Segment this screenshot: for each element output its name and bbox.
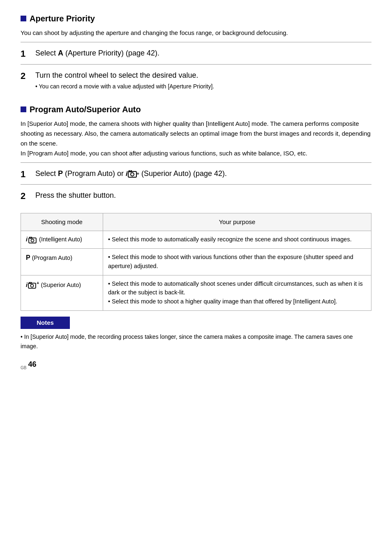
p-bold: P [58,169,63,178]
notes-content: In [Superior Auto] mode, the recording p… [21,329,371,351]
ia-plus-icon: i+ [126,169,139,178]
plus-superscript: + [137,171,139,177]
table-cell-iaplus-purpose: Select this mode to automatically shoot … [103,275,371,310]
step-2-program: 2 Press the shutter button. [21,184,371,206]
svg-point-7 [30,284,33,287]
table-body: i (Intelligent Auto) Select this mode to… [21,231,371,311]
svg-point-4 [31,239,34,242]
table-row: i+ (Superior Auto) Select this mode to a… [21,275,371,310]
step-2-program-content: Press the shutter button. [35,190,371,201]
p-purpose-item: Select this mode to shoot with various f… [108,253,366,271]
step-1-bold: A [58,49,63,57]
shooting-mode-table: Shooting mode Your purpose i (Intelligen… [21,213,371,311]
step-1-aperture-content: Select A (Aperture Priority) (page 42). [35,48,371,58]
ia-purpose-list: Select this mode to automatically easily… [108,235,366,244]
aperture-priority-heading: Aperture Priority [21,12,371,25]
aperture-priority-section: Aperture Priority You can shoot by adjus… [21,12,371,95]
program-auto-desc: In [Superior Auto] mode, the camera shoo… [21,119,371,158]
camera-svg-icon [128,170,137,178]
note-item-1: In [Superior Auto] mode, the recording p… [21,333,353,349]
ia-plus-mode-icon: i [26,282,28,288]
table-cell-p-mode: P (Program Auto) [21,249,103,275]
step-1-program: 1 Select P (Program Auto) or i+ (Superio… [21,162,371,185]
notes-header: Notes [21,317,70,329]
program-auto-heading: Program Auto/Superior Auto [21,103,371,116]
table-row: i (Intelligent Auto) Select this mode to… [21,231,371,249]
table-header: Shooting mode Your purpose [21,213,371,231]
step-2-program-number: 2 [21,190,35,202]
program-auto-section: Program Auto/Superior Auto In [Superior … [21,103,371,206]
iaplus-mode-label: (Superior Auto) [41,282,81,288]
iaplus-camera-icon [28,282,36,289]
table-header-row: Shooting mode Your purpose [21,213,371,231]
iaplus-purpose-item-2: Select this mode to shoot a higher quali… [108,297,366,306]
ia-purpose-item: Select this mode to automatically easily… [108,235,366,244]
p-mode-label: (Program Auto) [32,255,72,261]
section-square-icon [21,16,26,21]
step-1-program-content: Select P (Program Auto) or i+ (Superior … [35,169,371,179]
table-cell-p-purpose: Select this mode to shoot with various f… [103,249,371,275]
p-purpose-list: Select this mode to shoot with various f… [108,253,366,271]
step-2-aperture-text: Turn the control wheel to select the des… [35,70,371,81]
iaplus-purpose-list: Select this mode to automatically shoot … [108,280,366,306]
svg-point-1 [131,173,134,176]
ia-mode-label: (Intelligent Auto) [39,236,82,243]
table-cell-iaplus-mode: i+ (Superior Auto) [21,275,103,310]
table-cell-ia-mode: i (Intelligent Auto) [21,231,103,249]
svg-rect-8 [29,282,31,284]
p-mode-icon: P [26,254,30,261]
svg-rect-5 [30,237,32,238]
step-2-aperture-content: Turn the control wheel to select the des… [35,70,371,91]
table-header-mode: Shooting mode [21,213,103,231]
table-header-purpose: Your purpose [103,213,371,231]
aperture-priority-desc: You can shoot by adjusting the aperture … [21,28,371,38]
step-1-aperture: 1 Select A (Aperture Priority) (page 42)… [21,42,371,64]
step-2-aperture: 2 Turn the control wheel to select the d… [21,64,371,95]
iaplus-purpose-item-1: Select this mode to automatically shoot … [108,280,366,298]
table-row: P (Program Auto) Select this mode to sho… [21,249,371,275]
step-1-program-text: Select P (Program Auto) or i+ (Superior … [35,169,371,179]
table-cell-ia-purpose: Select this mode to automatically easily… [103,231,371,249]
step-1-program-number: 1 [21,169,35,180]
step-2-aperture-subtext: You can record a movie with a value adju… [35,82,371,91]
page-footer: GB 46 [21,359,371,370]
step-2-program-text: Press the shutter button. [35,190,371,201]
section-square-icon-2 [21,106,26,112]
ia-camera-icon [28,237,37,243]
notes-section: Notes In [Superior Auto] mode, the recor… [21,317,371,351]
step-2-aperture-number: 2 [21,70,35,82]
footer-page-number: 46 [28,359,36,370]
footer-gb-label: GB [21,366,26,370]
step-1-aperture-number: 1 [21,48,35,60]
aperture-priority-title: Aperture Priority [30,12,95,25]
ia-mode-icon: i [26,236,28,243]
iaplus-plus-sup: + [37,280,39,285]
step-1-aperture-text: Select A (Aperture Priority) (page 42). [35,48,371,58]
program-auto-title: Program Auto/Superior Auto [30,103,141,116]
